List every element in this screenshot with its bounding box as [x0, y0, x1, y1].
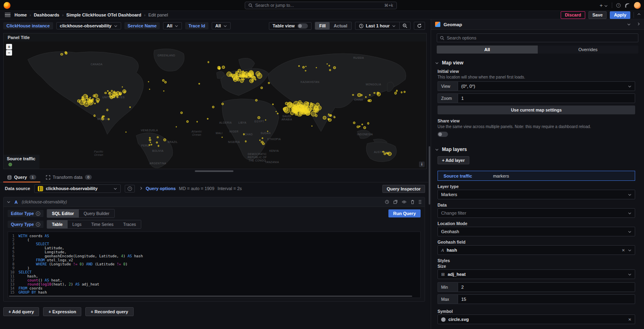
add-layer-button[interactable]: + Add layer	[438, 156, 469, 164]
datasource-help-button[interactable]: ?	[125, 185, 135, 192]
query-builder-button[interactable]: Query Builder	[79, 209, 114, 217]
run-query-button[interactable]: Run Query	[388, 209, 421, 217]
search-shortcut: ⌘+k	[384, 3, 393, 8]
view-label: View	[438, 81, 458, 91]
refresh-icon	[417, 23, 422, 28]
datasource-row: Data source clickhouse-observability ? Q…	[0, 182, 428, 195]
section-map-layers[interactable]: Map layers	[431, 140, 644, 155]
data-select[interactable]: Change filter	[438, 208, 635, 218]
history-icon[interactable]	[385, 200, 389, 204]
sidebar-collapse-icon[interactable]	[637, 23, 640, 25]
breadcrumb-dashboards[interactable]: Dashboards	[34, 12, 60, 17]
drag-handle-icon[interactable]	[419, 200, 421, 204]
editor-type-info-icon[interactable]: i	[36, 211, 40, 216]
query-type-logs[interactable]: Logs	[68, 220, 87, 228]
editor-tabs: Query 1 Transform data 0	[0, 172, 428, 182]
geohash-field-select[interactable]: Ahash✕	[438, 245, 635, 255]
use-current-map-settings-button[interactable]: Use current map settings	[438, 106, 635, 114]
map-legend[interactable]: Source traffic	[4, 155, 39, 169]
query-count-badge: 1	[29, 175, 36, 180]
share-view-desc: Use the same view across multiple panels…	[438, 124, 594, 129]
query-type-time-series[interactable]: Time Series	[86, 220, 118, 228]
query-options-expand-icon[interactable]	[139, 186, 142, 189]
datasource-select[interactable]: clickhouse-observability	[34, 184, 121, 193]
add-query-button[interactable]: + Add query	[3, 307, 39, 316]
query-options-link[interactable]: Query options	[146, 186, 176, 191]
main-scrollbar[interactable]	[428, 19, 431, 329]
viz-picker-caret-icon[interactable]	[627, 23, 630, 25]
zoom-out-time-button[interactable]	[400, 22, 411, 30]
query-row-header[interactable]: A (clickhouse-observability)	[4, 197, 425, 207]
actual-button[interactable]: Actual	[330, 22, 351, 29]
location-mode-select[interactable]: Geohash	[438, 227, 635, 236]
symbol-label: Symbol	[438, 309, 635, 314]
options-scroll-area[interactable]: Map view Initial view This location will…	[431, 54, 644, 329]
min-input[interactable]: 2	[458, 282, 635, 292]
tab-overrides[interactable]: Overrides	[538, 46, 639, 54]
table-view-toggle[interactable]	[297, 23, 308, 29]
geomap-panel: Panel Title	[3, 33, 427, 169]
location-mode-label: Location Mode	[438, 221, 635, 226]
max-input[interactable]: 15	[458, 294, 635, 304]
zoom-input[interactable]: 1	[458, 93, 635, 103]
sql-editor-button[interactable]: SQL Editor	[47, 209, 79, 217]
tab-all[interactable]: All	[437, 46, 538, 54]
tab-query[interactable]: Query 1	[3, 173, 40, 182]
map-zoom-in-button[interactable]: +	[6, 44, 12, 50]
sql-code-editor[interactable]: 1WITH coords AS2 (3 SELECT4 Latitude,5 L…	[8, 232, 421, 298]
news-icon[interactable]	[625, 3, 630, 8]
user-avatar[interactable]	[634, 2, 641, 9]
view-select[interactable]: (0°, 0°)	[458, 81, 635, 91]
query-type-table[interactable]: Table	[47, 220, 68, 228]
symbol-select[interactable]: circle.svg✕	[438, 315, 635, 324]
panel-info-icon[interactable]: i	[419, 161, 425, 167]
recorded-query-button[interactable]: + Recorded query	[85, 307, 133, 316]
legend-swatch	[8, 163, 12, 166]
tab-transform-data[interactable]: Transform data 0	[42, 173, 96, 182]
clear-icon[interactable]: ✕	[622, 248, 625, 252]
size-field-select[interactable]: ⊞adj_heat	[438, 269, 635, 279]
help-icon[interactable]: ?	[616, 3, 621, 8]
breadcrumb-dashboard-name[interactable]: Simple ClickHouse OTel Dashboard	[66, 12, 141, 17]
service-name-select[interactable]: All	[163, 22, 182, 29]
fill-button[interactable]: Fill	[315, 22, 330, 29]
visualization-type[interactable]: Geomap	[444, 22, 624, 27]
map-zoom-out-button[interactable]: −	[6, 50, 12, 56]
trace-id-label: Trace Id	[185, 22, 208, 29]
query-collapse-icon[interactable]	[7, 200, 10, 203]
save-button[interactable]: Save	[588, 11, 607, 19]
zoom-out-icon	[402, 23, 407, 28]
expression-button[interactable]: + Expression	[43, 307, 81, 316]
layer-row-source-traffic[interactable]: Source traffic markers	[438, 171, 635, 181]
share-view-toggle[interactable]	[438, 132, 448, 137]
add-menu-button[interactable]: +	[600, 2, 608, 8]
duplicate-icon[interactable]	[393, 200, 398, 204]
global-search[interactable]: Search or jump to... ⌘+k	[245, 2, 397, 9]
options-tabs: All Overrides	[437, 46, 638, 54]
options-search-input[interactable]: Search options	[437, 33, 638, 42]
string-field-icon: A	[441, 248, 444, 252]
panel-title: Panel Title	[4, 33, 426, 41]
menu-toggle-icon[interactable]	[5, 13, 10, 17]
layer-type-select[interactable]: Markers	[438, 190, 635, 199]
clickhouse-instance-select[interactable]: clickhouse-observability	[56, 22, 121, 29]
query-type-traces[interactable]: Traces	[118, 220, 141, 228]
eye-icon[interactable]	[402, 200, 407, 204]
section-map-view[interactable]: Map view	[431, 54, 644, 69]
clear-icon[interactable]: ✕	[628, 317, 632, 322]
refresh-button[interactable]	[414, 22, 425, 30]
time-range-picker[interactable]: Last 1 hour	[355, 22, 400, 30]
breadcrumb-home[interactable]: Home	[14, 12, 27, 17]
grafana-logo[interactable]	[4, 2, 10, 9]
query-type-info-icon[interactable]: i	[36, 222, 40, 227]
breadcrumb-edit-panel: Edit panel	[148, 12, 168, 17]
collapse-options-icon[interactable]	[638, 13, 640, 16]
world-map[interactable]: RUSSIACANADAGREENLANDUNITED STATESMEXICO…	[4, 41, 426, 169]
trash-icon[interactable]	[411, 200, 415, 204]
query-datasource-hint: (clickhouse-observability)	[22, 200, 67, 204]
discard-button[interactable]: Discard	[561, 11, 585, 19]
apply-button[interactable]: Apply	[610, 11, 630, 19]
trace-id-select[interactable]: All	[212, 22, 231, 29]
code-horizontal-scrollbar[interactable]	[9, 296, 412, 297]
query-inspector-button[interactable]: Query Inspector	[382, 185, 425, 193]
